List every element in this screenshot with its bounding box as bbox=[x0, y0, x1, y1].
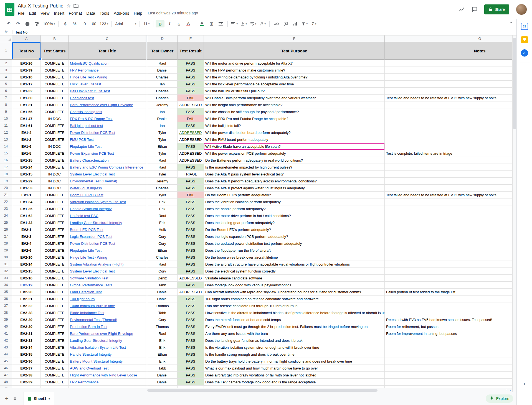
cell-test-title[interactable]: System Vibration Analysis (Flight) bbox=[69, 261, 146, 268]
cell-notes[interactable] bbox=[385, 261, 512, 268]
cell-notes[interactable]: Test failed and needs to be retested at … bbox=[385, 192, 512, 198]
cell-test-status[interactable]: COMPLETE bbox=[41, 240, 69, 247]
cell-test-result[interactable]: PASS bbox=[178, 185, 204, 192]
cell-test-result[interactable]: PASS bbox=[178, 316, 204, 323]
cell-notes[interactable] bbox=[385, 219, 512, 226]
cell-test-status[interactable]: COMPLETE bbox=[41, 358, 69, 365]
cell-test-status[interactable]: IN DOC bbox=[41, 185, 69, 192]
cell-notes[interactable] bbox=[385, 344, 512, 351]
insert-link-button[interactable] bbox=[272, 20, 281, 27]
cell-test-no[interactable]: EV2-14 bbox=[12, 261, 41, 268]
cell-test-purpose[interactable]: Will the ball joints fail? bbox=[204, 122, 385, 129]
cell-test-title[interactable]: Vibration Isolation System Life Test bbox=[69, 198, 146, 205]
cell-test-title[interactable]: FRX Pro & RC Range Test bbox=[69, 386, 146, 388]
cell-test-no[interactable]: EV1-17 bbox=[12, 81, 41, 88]
cell-test-purpose[interactable]: What is our max payload and how much mar… bbox=[204, 365, 385, 372]
cell-test-title[interactable]: Landing Gear Structural Integrity bbox=[69, 219, 146, 226]
cell-test-owner[interactable]: Erik bbox=[147, 198, 178, 205]
cell-notes[interactable] bbox=[385, 337, 512, 344]
cell-notes[interactable] bbox=[385, 302, 512, 309]
row-header[interactable]: 22 bbox=[0, 198, 12, 205]
cell-test-purpose[interactable]: Is the handle strong enough and does it … bbox=[204, 351, 385, 358]
cell-test-no[interactable]: EV2-16 bbox=[12, 275, 41, 282]
row-header[interactable]: 30 bbox=[0, 254, 12, 261]
cell-test-result[interactable]: PASS bbox=[178, 309, 204, 316]
cell-test-result[interactable]: PASS bbox=[178, 67, 204, 74]
cell-notes[interactable] bbox=[385, 268, 512, 275]
menu-insert[interactable]: Insert bbox=[52, 11, 67, 16]
cell-test-purpose[interactable]: Can aircraft autoland with Mpro and skyv… bbox=[204, 289, 385, 296]
cell-test-purpose[interactable]: Every EV/DV unit must go through the 2 h… bbox=[204, 323, 385, 330]
cell-test-purpose[interactable]: Run one release candidate unit through 1… bbox=[204, 302, 385, 309]
cell-test-status[interactable]: COMPLETE bbox=[41, 219, 69, 226]
cell-test-purpose[interactable]: Do the Batteries perform adequately in r… bbox=[204, 157, 385, 164]
cell-test-owner[interactable]: Tabb bbox=[147, 309, 178, 316]
cell-test-purpose[interactable]: Will the height hold performance be acce… bbox=[204, 101, 385, 108]
row-header[interactable]: 41 bbox=[0, 330, 12, 337]
cell-test-result[interactable]: PASS bbox=[178, 330, 204, 337]
cell-test-status[interactable]: COMPLETE bbox=[41, 344, 69, 351]
menu-data[interactable]: Data bbox=[84, 11, 97, 16]
row-header[interactable]: 40 bbox=[0, 323, 12, 330]
cell-test-result[interactable]: PASS bbox=[178, 337, 204, 344]
cell-test-owner[interactable]: Raul bbox=[147, 330, 178, 337]
row-header[interactable]: 16 bbox=[0, 157, 12, 164]
move-folder-icon[interactable] bbox=[74, 4, 78, 8]
cell-test-owner[interactable]: Ian bbox=[147, 81, 178, 88]
header-test-owner[interactable]: Test Owner bbox=[147, 42, 178, 60]
cell-test-result[interactable]: ADDRESSED bbox=[178, 101, 204, 108]
avatar[interactable] bbox=[516, 4, 527, 15]
collapse-panel-icon[interactable]: › bbox=[524, 381, 525, 387]
cell-test-owner[interactable]: Daniel bbox=[147, 296, 178, 302]
cell-test-purpose[interactable]: Does the motor drive perform in hot / co… bbox=[204, 212, 385, 219]
cell-test-result[interactable]: ADDRESSED bbox=[178, 386, 204, 388]
row-header[interactable]: 9 bbox=[0, 108, 12, 115]
cell-test-owner[interactable]: Ethan bbox=[147, 247, 178, 254]
row-header[interactable]: 35 bbox=[0, 289, 12, 296]
row-header[interactable]: 10 bbox=[0, 115, 12, 122]
select-all-corner[interactable] bbox=[0, 35, 12, 42]
cell-test-result[interactable]: PASS bbox=[178, 198, 204, 205]
column-header-c[interactable]: C bbox=[69, 35, 146, 42]
cell-notes[interactable] bbox=[385, 60, 512, 67]
fill-color-button[interactable] bbox=[197, 20, 206, 27]
cell-notes[interactable]: Test failed and needs to be retested at … bbox=[385, 95, 512, 101]
row-header[interactable]: 24 bbox=[0, 212, 12, 219]
cell-test-purpose[interactable]: Does the vibration isolation perform ade… bbox=[204, 198, 385, 205]
cell-test-no[interactable]: EV2-20 bbox=[12, 289, 41, 296]
cell-test-title[interactable]: Hinge Life Test - Wiring bbox=[69, 74, 146, 81]
row-header[interactable]: 37 bbox=[0, 302, 12, 309]
cell-test-purpose[interactable]: Does the flopdapter run the life of airc… bbox=[204, 247, 385, 254]
cell-test-result[interactable]: PASS bbox=[178, 282, 204, 289]
cell-test-owner[interactable]: Tyler bbox=[147, 150, 178, 157]
row-header[interactable]: 32 bbox=[0, 268, 12, 275]
header-test-result[interactable]: Test Result bbox=[178, 42, 204, 60]
cell-a1-selected[interactable]: Test No bbox=[12, 42, 41, 60]
cell-test-status[interactable]: COMPLETE bbox=[41, 74, 69, 81]
cell-test-status[interactable]: COMPLETE bbox=[41, 386, 69, 388]
cell-test-purpose[interactable]: Do the Boom LED's perform adequately? bbox=[204, 226, 385, 233]
cell-test-title[interactable]: Environmental Test (Thermal) bbox=[69, 316, 146, 323]
cell-test-purpose[interactable]: Do the Boom LED's perform adequately? bbox=[204, 192, 385, 198]
cell-test-result[interactable]: PASS bbox=[178, 205, 204, 212]
cell-test-purpose[interactable]: Does the Alta X pass system level electr… bbox=[204, 171, 385, 178]
cell-test-title[interactable]: Flight Performance with Ring Lever Loose bbox=[69, 372, 146, 379]
cell-test-result[interactable]: PASS bbox=[178, 344, 204, 351]
cell-notes[interactable] bbox=[385, 358, 512, 365]
row-header[interactable]: 6 bbox=[0, 88, 12, 95]
cell-notes[interactable] bbox=[385, 88, 512, 95]
row-header[interactable]: 25 bbox=[0, 219, 12, 226]
cell-test-status[interactable]: COMPLETE bbox=[41, 282, 69, 289]
cell-test-status[interactable]: COMPLETE bbox=[41, 372, 69, 379]
column-header-a[interactable]: A bbox=[12, 35, 41, 42]
cell-test-no[interactable]: EV2-10 bbox=[12, 254, 41, 261]
cell-test-status[interactable]: COMPLETE bbox=[41, 101, 69, 108]
cell-test-title[interactable]: 100hr minimum Burn in time bbox=[69, 302, 146, 309]
menu-view[interactable]: View bbox=[38, 11, 52, 16]
all-sheets-button[interactable]: ≡ bbox=[14, 396, 17, 401]
cell-test-status[interactable]: COMPLETE bbox=[41, 365, 69, 372]
strikethrough-button[interactable]: S bbox=[174, 20, 183, 27]
cell-test-owner[interactable]: Cory bbox=[147, 268, 178, 275]
cell-notes[interactable]: Retest with new production antenna locat… bbox=[385, 386, 512, 388]
cell-test-owner[interactable]: Ian bbox=[147, 122, 178, 129]
